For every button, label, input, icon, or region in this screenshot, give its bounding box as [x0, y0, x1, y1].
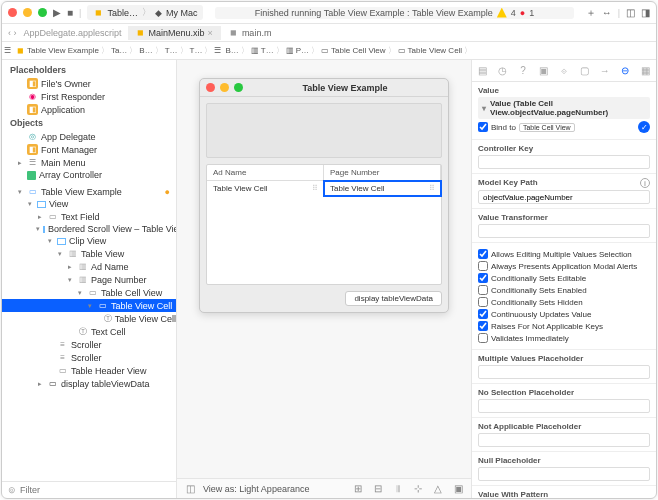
bindings-inspector-tab[interactable]: ⊖	[618, 64, 632, 78]
outline-table-view-cell-selected[interactable]: ▾▭Table View Cell	[2, 299, 176, 312]
left-panel-toggle[interactable]: ◫	[626, 7, 635, 18]
mock-col-adname[interactable]: Ad Name	[207, 165, 324, 180]
binding-check-4[interactable]	[478, 297, 488, 307]
mvp-field[interactable]	[478, 365, 650, 379]
stop-button[interactable]: ■	[67, 7, 73, 18]
mock-window[interactable]: Table View Example Ad Name Page Number T…	[199, 78, 449, 313]
outline-files-owner[interactable]: File's Owner	[2, 77, 176, 90]
outline-table-view[interactable]: ▾Table View	[2, 247, 176, 260]
m-file-icon	[229, 28, 239, 38]
align-button[interactable]: ⫴	[391, 482, 405, 496]
outline-scroller-2[interactable]: Scroller	[2, 351, 176, 364]
history-inspector-tab[interactable]: ◷	[496, 64, 510, 78]
resolve-button[interactable]: △	[431, 482, 445, 496]
textfield-icon	[47, 211, 58, 222]
connections-inspector-tab[interactable]: →	[598, 64, 612, 78]
outline-text-field[interactable]: ▸Text Field	[2, 210, 176, 223]
outline-application[interactable]: Application	[2, 103, 176, 116]
inspector-tabs: ▤ ◷ ? ▣ ⟐ ▢ → ⊖ ▦	[472, 60, 656, 82]
zoom-window-button[interactable]	[38, 8, 47, 17]
outline-array-controller[interactable]: Array Controller	[2, 169, 176, 181]
binding-check-3[interactable]	[478, 285, 488, 295]
filter-input[interactable]	[20, 485, 170, 495]
mock-toolbar-area[interactable]	[206, 103, 442, 158]
binding-check-label-0: Allows Editing Multiple Values Selection	[491, 250, 632, 259]
binding-check-7[interactable]	[478, 333, 488, 343]
binding-check-label-4: Conditionally Sets Hidden	[491, 298, 583, 307]
outline-app-delegate[interactable]: ◎App Delegate	[2, 130, 176, 143]
outline-filter[interactable]: ⊚	[2, 481, 176, 498]
bind-to-checkbox[interactable]	[478, 122, 488, 132]
info-icon[interactable]: i	[640, 178, 650, 188]
nsp-field[interactable]	[478, 399, 650, 413]
outline-table-view-cell-inner[interactable]: Table View Cell	[2, 312, 176, 325]
model-key-field[interactable]	[478, 190, 650, 204]
tab-main-m[interactable]: main.m	[221, 26, 280, 40]
identity-inspector-tab[interactable]: ▣	[537, 64, 551, 78]
xib-file-icon	[136, 28, 146, 38]
outline-toggle-button[interactable]: ◫	[183, 482, 197, 496]
jump-bar[interactable]: ☰ Table View Example〉 Ta…〉 B…〉 T…〉 T…〉 ☰…	[2, 42, 656, 60]
error-icon[interactable]: ●	[520, 8, 525, 18]
outline-display-button[interactable]: ▸▭display tableViewData	[2, 377, 176, 390]
mock-cell-1[interactable]: Table View Cell⠿	[207, 181, 324, 196]
run-button[interactable]: ▶	[53, 7, 61, 18]
binding-check-6[interactable]	[478, 321, 488, 331]
binding-check-1[interactable]	[478, 261, 488, 271]
attributes-inspector-tab[interactable]: ⟐	[557, 64, 571, 78]
outline-text-cell[interactable]: Text Cell	[2, 325, 176, 338]
outline-view[interactable]: ▾View	[2, 198, 176, 210]
nav-back-button[interactable]: ‹ › AppDelegate.applescript	[2, 28, 128, 38]
mock-col-pagenumber[interactable]: Page Number	[324, 165, 441, 180]
editor-tabbar: ‹ › AppDelegate.applescript MainMenu.xib…	[2, 24, 656, 42]
effects-inspector-tab[interactable]: ▦	[639, 64, 653, 78]
layout-button-1[interactable]: ⊞	[351, 482, 365, 496]
value-binding-header[interactable]: ▾Value (Table Cell View.objectValue.page…	[478, 97, 650, 119]
binding-check-5[interactable]	[478, 309, 488, 319]
scheme-selector[interactable]: Table… 〉 ◆ My Mac	[87, 5, 203, 20]
mock-cell-2-selected[interactable]: Table View Cell⠿	[324, 181, 441, 196]
outline-clip-view[interactable]: ▾Clip View	[2, 235, 176, 247]
mock-zoom-icon	[234, 83, 243, 92]
controller-key-field[interactable]	[478, 155, 650, 169]
close-window-button[interactable]	[8, 8, 17, 17]
bind-to-popup[interactable]: Table Cell View	[519, 123, 575, 132]
nap-field[interactable]	[478, 433, 650, 447]
outline-col-pagenumber[interactable]: ▾Page Number	[2, 273, 176, 286]
plus-button[interactable]: ＋	[586, 6, 596, 20]
warning-icon[interactable]	[497, 8, 507, 18]
column-icon	[77, 261, 88, 272]
outline-first-responder[interactable]: ◉First Responder	[2, 90, 176, 103]
nullp-field[interactable]	[478, 467, 650, 481]
minimize-window-button[interactable]	[23, 8, 32, 17]
mock-display-button[interactable]: display tableViewData	[345, 291, 442, 306]
layout-button-2[interactable]: ⊟	[371, 482, 385, 496]
outline-scroller-1[interactable]: Scroller	[2, 338, 176, 351]
library-button[interactable]: ↔	[602, 7, 612, 18]
pin-button[interactable]: ⊹	[411, 482, 425, 496]
outline-scroll-view[interactable]: ▾Bordered Scroll View – Table View	[2, 223, 176, 235]
mvp-label: Multiple Values Placeholder	[478, 354, 650, 363]
help-inspector-tab[interactable]: ?	[516, 64, 530, 78]
file-inspector-tab[interactable]: ▤	[475, 64, 489, 78]
column-icon	[77, 274, 88, 285]
outline-main-menu[interactable]: ▸☰Main Menu	[2, 156, 176, 169]
outline-font-manager[interactable]: Font Manager	[2, 143, 176, 156]
value-transformer-field[interactable]	[478, 224, 650, 238]
view-as-label[interactable]: View as: Light Appearance	[203, 484, 309, 494]
binding-check-label-1: Always Presents Application Modal Alerts	[491, 262, 637, 271]
outline-col-adname[interactable]: ▸Ad Name	[2, 260, 176, 273]
outline-table-cell-view[interactable]: ▾Table Cell View	[2, 286, 176, 299]
ib-canvas[interactable]: Table View Example Ad Name Page Number T…	[177, 60, 471, 478]
mock-table-view[interactable]: Ad Name Page Number Table View Cell⠿ Tab…	[206, 164, 442, 285]
right-panel-toggle[interactable]: ◨	[641, 7, 650, 18]
size-inspector-tab[interactable]: ▢	[577, 64, 591, 78]
tab-mainmenu-xib[interactable]: MainMenu.xib ×	[128, 26, 221, 40]
view-icon	[57, 238, 66, 245]
binding-check-0[interactable]	[478, 249, 488, 259]
outline-window[interactable]: ▾Table View Example●	[2, 185, 176, 198]
outline-header-view[interactable]: Table Header View	[2, 364, 176, 377]
embed-button[interactable]: ▣	[451, 482, 465, 496]
objects-group: Objects	[2, 116, 176, 130]
binding-check-2[interactable]	[478, 273, 488, 283]
